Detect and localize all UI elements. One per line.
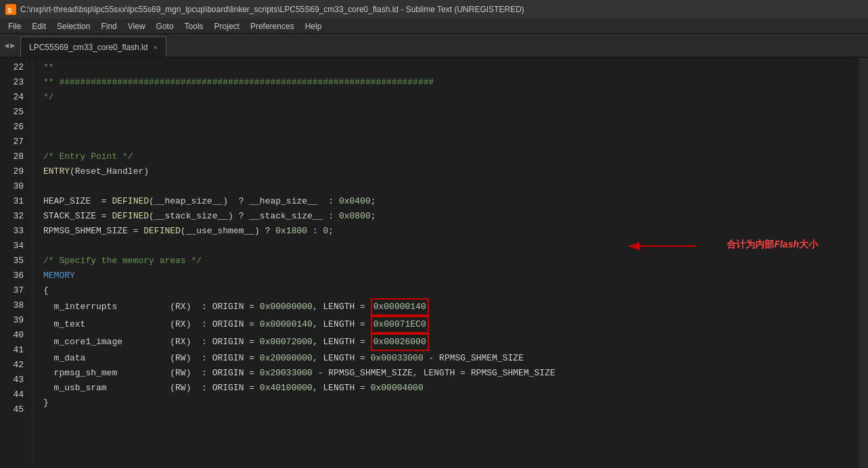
tab-close-button[interactable]: × bbox=[153, 43, 157, 51]
line-num-32: 32 bbox=[5, 209, 24, 224]
code-line-36: MEMORY bbox=[43, 268, 859, 283]
code-line-24: */ bbox=[43, 90, 859, 105]
menu-preferences[interactable]: Preferences bbox=[245, 19, 300, 34]
code-line-43: m_usb_sram (RW) : ORIGIN = 0x40100000, L… bbox=[43, 381, 859, 396]
code-line-27 bbox=[43, 135, 859, 149]
tab-label: LPC55S69_cm33_core0_flash.ld bbox=[29, 43, 147, 52]
code-line-22: ** bbox=[43, 60, 859, 75]
line-num-38: 38 bbox=[5, 298, 24, 313]
code-line-45 bbox=[43, 411, 859, 425]
line-num-44: 44 bbox=[5, 388, 24, 402]
code-line-44: } bbox=[43, 396, 859, 411]
line-num-28: 28 bbox=[5, 149, 24, 164]
code-line-33: RPMSG_SHMEM_SIZE = DEFINED(__use_shmem__… bbox=[43, 224, 859, 239]
menu-tools[interactable]: Tools bbox=[179, 19, 209, 34]
line-num-31: 31 bbox=[5, 194, 24, 209]
window-title: C:\nxp\rt-thread\bsp\lpc55sxx\lpc55s69_m… bbox=[20, 5, 863, 14]
annotation: 合计为内部Flash大小 bbox=[727, 239, 818, 251]
code-area: 22 23 24 25 26 27 28 29 30 31 32 33 34 3… bbox=[0, 57, 868, 468]
code-line-41: m_data (RW) : ORIGIN = 0x20000000, LENGT… bbox=[43, 351, 859, 366]
line-num-35: 35 bbox=[5, 254, 24, 268]
line-num-40: 40 bbox=[5, 328, 24, 343]
highlight-length-40: 0x00026000 bbox=[371, 333, 429, 351]
line-num-39: 39 bbox=[5, 313, 24, 328]
code-line-38: m_interrupts (RX) : ORIGIN = 0x00000000,… bbox=[43, 298, 859, 316]
menu-selection[interactable]: Selection bbox=[51, 19, 95, 34]
code-line-37: { bbox=[43, 283, 859, 298]
line-num-33: 33 bbox=[5, 224, 24, 239]
file-tab[interactable]: LPC55S69_cm33_core0_flash.ld × bbox=[20, 37, 166, 57]
menu-file[interactable]: File bbox=[3, 19, 26, 34]
line-num-41: 41 bbox=[5, 343, 24, 358]
line-num-22: 22 bbox=[5, 60, 24, 75]
menu-view[interactable]: View bbox=[122, 19, 151, 34]
code-line-23: ** #####################################… bbox=[43, 75, 859, 90]
menu-edit[interactable]: Edit bbox=[26, 19, 51, 34]
vertical-scrollbar[interactable] bbox=[859, 57, 868, 468]
line-num-23: 23 bbox=[5, 75, 24, 90]
line-num-24: 24 bbox=[5, 90, 24, 105]
tab-nav: LPC55S69_cm33_core0_flash.ld × bbox=[20, 37, 166, 57]
code-line-31: HEAP_SIZE = DEFINED(__heap_size__) ? __h… bbox=[43, 194, 859, 209]
code-line-42: rpmsg_sh_mem (RW) : ORIGIN = 0x20033000 … bbox=[43, 366, 859, 381]
highlight-length-38: 0x00000140 bbox=[371, 298, 429, 316]
code-line-25 bbox=[43, 105, 859, 120]
line-numbers: 22 23 24 25 26 27 28 29 30 31 32 33 34 3… bbox=[0, 57, 32, 468]
menu-bar: File Edit Selection Find View Goto Tools… bbox=[0, 19, 868, 34]
line-num-45: 45 bbox=[5, 402, 24, 417]
line-num-37: 37 bbox=[5, 283, 24, 298]
line-num-34: 34 bbox=[5, 239, 24, 254]
code-line-26 bbox=[43, 120, 859, 135]
menu-project[interactable]: Project bbox=[209, 19, 245, 34]
line-num-26: 26 bbox=[5, 120, 24, 135]
line-num-27: 27 bbox=[5, 135, 24, 149]
annotation-arrow bbox=[622, 236, 703, 256]
nav-back-arrow[interactable]: ◀ bbox=[4, 41, 9, 51]
tab-bar: ◀ ▶ LPC55S69_cm33_core0_flash.ld × bbox=[0, 34, 868, 57]
code-line-29: ENTRY(Reset_Handler) bbox=[43, 164, 859, 179]
code-content[interactable]: ** ** ##################################… bbox=[32, 57, 859, 468]
code-line-32: STACK_SIZE = DEFINED(__stack_size__) ? _… bbox=[43, 209, 859, 224]
line-num-25: 25 bbox=[5, 105, 24, 120]
menu-find[interactable]: Find bbox=[95, 19, 122, 34]
line-num-29: 29 bbox=[5, 164, 24, 179]
code-line-40: m_core1_image (RX) : ORIGIN = 0x00072000… bbox=[43, 333, 859, 351]
line-num-30: 30 bbox=[5, 179, 24, 194]
menu-help[interactable]: Help bbox=[300, 19, 327, 34]
line-num-43: 43 bbox=[5, 373, 24, 388]
sublime-text-icon: S bbox=[5, 4, 16, 15]
code-line-35: /* Specify the memory areas */ bbox=[43, 254, 859, 268]
svg-text:S: S bbox=[7, 7, 12, 15]
menu-goto[interactable]: Goto bbox=[151, 19, 179, 34]
line-num-42: 42 bbox=[5, 358, 24, 373]
highlight-length-39: 0x00071EC0 bbox=[371, 316, 429, 333]
code-line-30 bbox=[43, 179, 859, 194]
annotation-text: 合计为内部Flash大小 bbox=[727, 239, 818, 251]
code-line-28: /* Entry Point */ bbox=[43, 149, 859, 164]
nav-forward-arrow[interactable]: ▶ bbox=[10, 41, 15, 51]
line-num-36: 36 bbox=[5, 268, 24, 283]
code-line-39: m_text (RX) : ORIGIN = 0x00000140, LENGT… bbox=[43, 316, 859, 333]
title-bar: S C:\nxp\rt-thread\bsp\lpc55sxx\lpc55s69… bbox=[0, 0, 868, 19]
